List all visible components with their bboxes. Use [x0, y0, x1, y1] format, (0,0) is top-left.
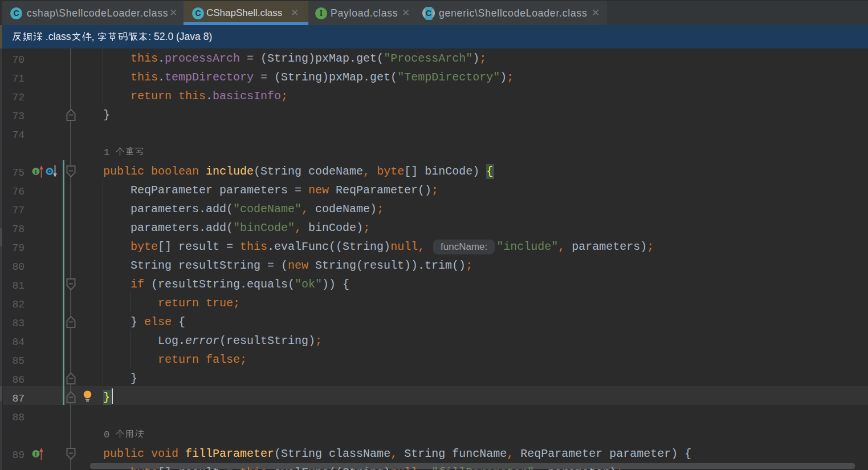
svg-text:I: I [35, 451, 37, 457]
svg-text:I: I [35, 168, 37, 175]
